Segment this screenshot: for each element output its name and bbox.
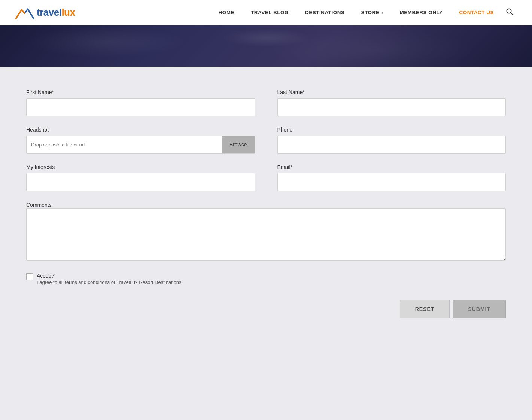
- name-row: First Name* Last Name*: [26, 89, 506, 116]
- hero-banner: [0, 25, 532, 67]
- first-name-input[interactable]: [26, 98, 255, 116]
- contact-form: First Name* Last Name* Headshot Browse P…: [26, 89, 506, 318]
- file-upload-wrapper: Browse: [26, 136, 255, 154]
- file-upload-input[interactable]: [27, 136, 222, 153]
- phone-group: Phone: [277, 127, 506, 154]
- nav-contact-us[interactable]: CONTACT US: [451, 10, 502, 15]
- search-icon[interactable]: [502, 8, 517, 17]
- comments-row: Comments: [26, 202, 506, 262]
- accept-checkbox[interactable]: [26, 273, 33, 280]
- last-name-group: Last Name*: [277, 89, 506, 116]
- first-name-group: First Name*: [26, 89, 255, 116]
- accept-sublabel: I agree to all terms and conditions of T…: [37, 280, 182, 285]
- reset-button[interactable]: RESET: [400, 300, 450, 318]
- interests-email-row: My Interests Email*: [26, 164, 506, 191]
- last-name-input[interactable]: [277, 98, 506, 116]
- headshot-group: Headshot Browse: [26, 127, 255, 154]
- email-group: Email*: [277, 164, 506, 191]
- phone-label: Phone: [277, 127, 506, 133]
- accept-text-wrap: Accept* I agree to all terms and conditi…: [37, 273, 182, 285]
- my-interests-group: My Interests: [26, 164, 255, 191]
- nav-members-only[interactable]: MEMBERS ONLY: [391, 10, 451, 15]
- phone-input[interactable]: [277, 136, 506, 154]
- nav-travel-blog[interactable]: TRAVEL BLOG: [243, 10, 297, 15]
- store-chevron-icon: ›: [381, 10, 383, 15]
- accept-row: Accept* I agree to all terms and conditi…: [26, 273, 506, 285]
- headshot-label: Headshot: [26, 127, 255, 133]
- email-input[interactable]: [277, 173, 506, 191]
- last-name-label: Last Name*: [277, 89, 506, 95]
- logo-text: travellux: [37, 7, 75, 18]
- nav-destinations[interactable]: DESTINATIONS: [297, 10, 353, 15]
- first-name-label: First Name*: [26, 89, 255, 95]
- main-content: First Name* Last Name* Headshot Browse P…: [0, 67, 532, 420]
- nav-store[interactable]: STORE ›: [353, 10, 392, 15]
- my-interests-input[interactable]: [26, 173, 255, 191]
- comments-label: Comments: [26, 202, 52, 208]
- email-label: Email*: [277, 164, 506, 170]
- site-header: travellux HOME TRAVEL BLOG DESTINATIONS …: [0, 0, 532, 25]
- svg-line-1: [511, 13, 513, 15]
- my-interests-label: My Interests: [26, 164, 255, 170]
- browse-button[interactable]: Browse: [222, 136, 255, 153]
- logo[interactable]: travellux: [15, 5, 75, 20]
- submit-button[interactable]: SUBMIT: [453, 300, 506, 318]
- comments-textarea[interactable]: [26, 208, 506, 261]
- accept-label: Accept*: [37, 273, 182, 279]
- main-nav: HOME TRAVEL BLOG DESTINATIONS STORE › ME…: [210, 10, 502, 15]
- nav-home[interactable]: HOME: [210, 10, 243, 15]
- buttons-row: RESET SUBMIT: [26, 300, 506, 318]
- headshot-phone-row: Headshot Browse Phone: [26, 127, 506, 154]
